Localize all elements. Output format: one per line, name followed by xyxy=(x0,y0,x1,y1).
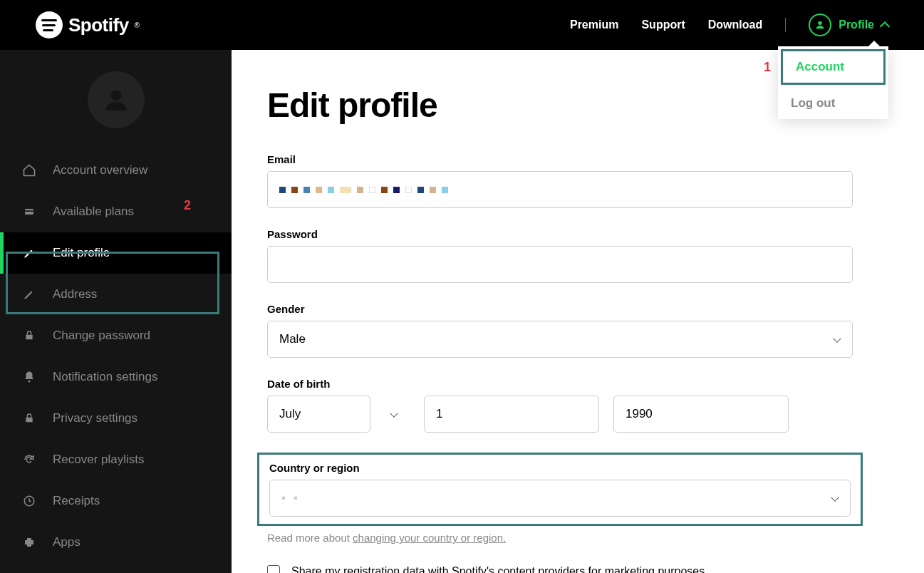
top-nav: Premium Support Download Profile xyxy=(570,14,888,36)
country-select[interactable]: ▪ ▪ xyxy=(269,480,851,517)
sidebar-item-edit-profile[interactable]: Edit profile xyxy=(0,232,232,274)
sidebar-item-label: Apps xyxy=(53,535,81,549)
sidebar-item-account-overview[interactable]: Account overview xyxy=(0,150,232,191)
dob-day-field[interactable] xyxy=(424,396,599,433)
country-hint: Read more about changing your country or… xyxy=(267,532,853,544)
annotation-1: 1 xyxy=(764,60,771,75)
lock-icon xyxy=(21,411,37,426)
header: Spotify ® Premium Support Download Profi… xyxy=(0,0,924,50)
lock-icon xyxy=(21,328,37,344)
sidebar-item-label: Privacy settings xyxy=(53,411,137,425)
sidebar-item-notification-settings[interactable]: Notification settings xyxy=(0,356,232,398)
profile-label: Profile xyxy=(839,19,874,31)
profile-avatar-icon xyxy=(809,14,831,36)
spotify-icon xyxy=(36,11,63,38)
sidebar: Account overview Available plans Edit pr… xyxy=(0,50,232,573)
card-icon xyxy=(21,204,37,220)
chevron-down-icon xyxy=(390,410,398,418)
nav-premium[interactable]: Premium xyxy=(570,19,618,31)
sidebar-item-label: Account overview xyxy=(53,163,147,177)
profile-dropdown: Account Log out xyxy=(778,46,888,119)
marketing-checkbox-row: Share my registration data with Spotify'… xyxy=(267,565,853,573)
country-hint-link[interactable]: changing your country or region. xyxy=(353,532,506,544)
dropdown-logout[interactable]: Log out xyxy=(778,88,888,119)
marketing-label: Share my registration data with Spotify'… xyxy=(291,565,708,573)
country-label: Country or region xyxy=(269,462,851,474)
dob-label: Date of birth xyxy=(267,378,853,390)
password-label: Password xyxy=(267,228,853,240)
sidebar-item-label: Address xyxy=(53,287,97,301)
sidebar-avatar xyxy=(88,71,145,128)
sidebar-item-privacy-settings[interactable]: Privacy settings xyxy=(0,398,232,439)
gender-select[interactable]: Male xyxy=(267,321,853,358)
svg-rect-3 xyxy=(25,210,33,212)
highlight-box-3: Country or region ▪ ▪ xyxy=(257,453,863,526)
email-group: Email xyxy=(267,153,853,208)
gender-group: Gender Male xyxy=(267,303,853,358)
gender-label: Gender xyxy=(267,303,853,315)
svg-point-0 xyxy=(819,21,822,25)
email-label: Email xyxy=(267,153,853,165)
sidebar-item-label: Edit profile xyxy=(53,246,110,260)
clock-icon xyxy=(21,493,37,509)
sidebar-item-label: Recover playlists xyxy=(53,453,145,467)
main-content: Edit profile Email Password Gender Male xyxy=(232,50,924,573)
country-group: Country or region ▪ ▪ xyxy=(269,462,851,517)
nav-download[interactable]: Download xyxy=(708,19,762,31)
sidebar-item-address[interactable]: Address xyxy=(0,274,232,315)
sidebar-item-change-password[interactable]: Change password xyxy=(0,315,232,356)
sidebar-item-apps[interactable]: Apps xyxy=(0,522,232,563)
sidebar-item-label: Receipts xyxy=(53,494,100,508)
puzzle-icon xyxy=(21,535,37,550)
nav-divider xyxy=(785,18,786,32)
spotify-logo[interactable]: Spotify ® xyxy=(36,11,140,38)
brand-name: Spotify xyxy=(68,14,129,36)
sidebar-item-recover-playlists[interactable]: Recover playlists xyxy=(0,439,232,480)
svg-rect-6 xyxy=(26,418,32,423)
svg-point-1 xyxy=(110,91,121,101)
password-group: Password xyxy=(267,228,853,283)
page-title: Edit profile xyxy=(267,86,853,125)
refresh-icon xyxy=(21,452,37,468)
pencil-icon xyxy=(21,245,37,261)
home-icon xyxy=(21,162,37,178)
svg-rect-4 xyxy=(26,335,32,340)
pencil-icon xyxy=(21,286,37,302)
sidebar-item-available-plans[interactable]: Available plans xyxy=(0,191,232,232)
password-field[interactable] xyxy=(267,246,853,283)
sidebar-item-label: Available plans xyxy=(53,205,134,219)
dob-group: Date of birth July xyxy=(267,378,853,433)
chevron-up-icon xyxy=(880,21,890,31)
email-field[interactable] xyxy=(267,171,853,208)
dropdown-account[interactable]: Account xyxy=(781,49,886,85)
marketing-checkbox[interactable] xyxy=(267,565,280,573)
annotation-2: 2 xyxy=(184,198,191,213)
content-area: Account overview Available plans Edit pr… xyxy=(0,50,924,573)
bell-icon xyxy=(21,369,37,385)
sidebar-item-label: Notification settings xyxy=(53,370,157,384)
profile-button[interactable]: Profile xyxy=(809,14,888,36)
sidebar-item-redeem[interactable]: Redeem xyxy=(0,563,232,573)
sidebar-item-label: Change password xyxy=(53,329,150,343)
dob-month-select[interactable]: July xyxy=(267,396,370,433)
sidebar-item-receipts[interactable]: Receipts xyxy=(0,480,232,522)
svg-point-5 xyxy=(28,381,31,383)
nav-support[interactable]: Support xyxy=(641,19,685,31)
dob-year-field[interactable] xyxy=(613,396,789,433)
